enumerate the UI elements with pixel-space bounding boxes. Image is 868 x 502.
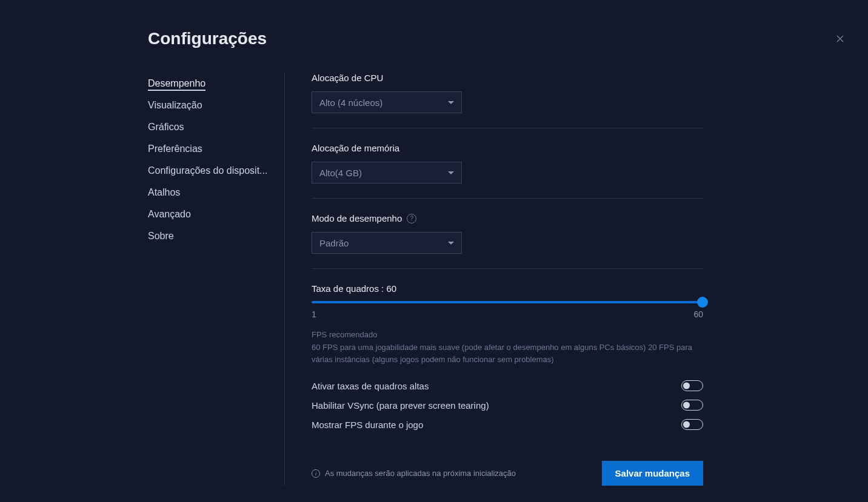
sidebar-item-dispositivo[interactable]: Configurações do disposit... bbox=[148, 160, 281, 182]
sidebar-item-visualizacao[interactable]: Visualização bbox=[148, 94, 281, 116]
page-title: Configurações bbox=[148, 29, 868, 48]
slider-thumb[interactable] bbox=[697, 297, 708, 308]
memory-allocation-label: Alocação de memória bbox=[312, 143, 703, 153]
memory-allocation-value: Alto(4 GB) bbox=[319, 168, 362, 178]
main-panel: Alocação de CPU Alto (4 núcleos) Alocaçã… bbox=[285, 73, 703, 486]
sidebar-item-graficos[interactable]: Gráficos bbox=[148, 116, 281, 138]
toggle-knob bbox=[683, 402, 690, 409]
show-fps-label: Mostrar FPS durante o jogo bbox=[312, 420, 423, 430]
frame-rate-label: Taxa de quadros : 60 bbox=[312, 283, 703, 294]
high-fps-toggle[interactable] bbox=[681, 380, 703, 391]
sidebar-item-desempenho[interactable]: Desempenho bbox=[148, 73, 281, 94]
chevron-down-icon bbox=[448, 171, 454, 174]
help-icon[interactable]: ? bbox=[407, 214, 416, 223]
sidebar-item-sobre[interactable]: Sobre bbox=[148, 225, 281, 247]
close-button[interactable] bbox=[833, 31, 847, 46]
cpu-allocation-value: Alto (4 núcleos) bbox=[319, 97, 382, 108]
sidebar-item-label: Desempenho bbox=[148, 78, 205, 91]
performance-mode-label: Modo de desempenho bbox=[312, 213, 402, 223]
fps-hint-body: 60 FPS para uma jogabilidade mais suave … bbox=[312, 342, 703, 365]
vsync-label: Habilitar VSync (para prever screen tear… bbox=[312, 400, 489, 411]
save-button[interactable]: Salvar mudanças bbox=[602, 461, 703, 486]
vsync-toggle[interactable] bbox=[681, 400, 703, 411]
cpu-allocation-label: Alocação de CPU bbox=[312, 73, 703, 83]
sidebar-item-label: Gráficos bbox=[148, 122, 184, 132]
chevron-down-icon bbox=[448, 242, 454, 245]
sidebar-item-preferencias[interactable]: Preferências bbox=[148, 138, 281, 160]
sidebar-item-label: Configurações do disposit... bbox=[148, 165, 267, 176]
sidebar-item-label: Sobre bbox=[148, 231, 174, 241]
slider-max: 60 bbox=[693, 309, 703, 319]
fps-hint-title: FPS recomendado bbox=[312, 330, 703, 339]
show-fps-toggle[interactable] bbox=[681, 419, 703, 430]
sidebar-item-atalhos[interactable]: Atalhos bbox=[148, 182, 281, 203]
memory-allocation-select[interactable]: Alto(4 GB) bbox=[312, 162, 462, 183]
sidebar-item-label: Preferências bbox=[148, 144, 202, 154]
close-icon bbox=[834, 33, 846, 45]
slider-min: 1 bbox=[312, 309, 316, 319]
sidebar-item-label: Avançado bbox=[148, 209, 191, 219]
cpu-allocation-select[interactable]: Alto (4 núcleos) bbox=[312, 91, 462, 113]
sidebar-item-label: Visualização bbox=[148, 100, 202, 110]
performance-mode-value: Padrão bbox=[319, 238, 349, 248]
toggle-knob bbox=[683, 421, 690, 428]
toggle-knob bbox=[683, 383, 690, 389]
frame-rate-slider[interactable] bbox=[312, 301, 703, 303]
restart-notice: As mudanças serão aplicadas na próxima i… bbox=[325, 469, 516, 478]
performance-mode-select[interactable]: Padrão bbox=[312, 232, 462, 254]
sidebar-item-label: Atalhos bbox=[148, 187, 180, 197]
chevron-down-icon bbox=[448, 101, 454, 104]
high-fps-label: Ativar taxas de quadros altas bbox=[312, 381, 429, 391]
sidebar: Desempenho Visualização Gráficos Preferê… bbox=[148, 73, 285, 486]
info-icon: i bbox=[312, 469, 320, 478]
sidebar-item-avancado[interactable]: Avançado bbox=[148, 203, 281, 225]
